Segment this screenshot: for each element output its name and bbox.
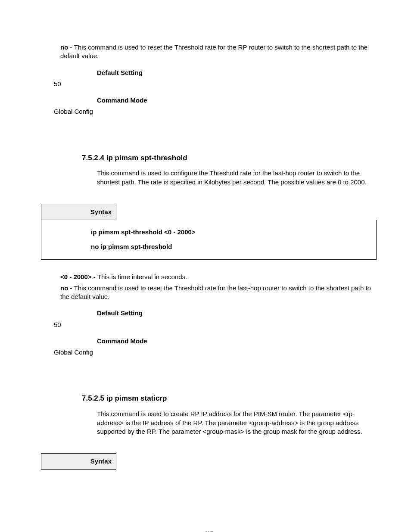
page-number: 417 bbox=[41, 530, 377, 532]
default-setting-value-1: 50 bbox=[54, 80, 377, 88]
command-mode-value-1: Global Config bbox=[54, 107, 377, 116]
syntax-block-7525: Syntax bbox=[41, 453, 377, 470]
syntax-block-7524: Syntax ip pimsm spt-threshold <0 - 2000>… bbox=[41, 204, 377, 260]
syntax-box-7524: ip pimsm spt-threshold <0 - 2000> no ip … bbox=[41, 220, 377, 260]
param-prefix: no - bbox=[60, 284, 74, 292]
param-text: This command is used to reset the Thresh… bbox=[60, 284, 371, 300]
top-para-text: This command is used to reset the Thresh… bbox=[60, 44, 367, 59]
command-mode-value-2: Global Config bbox=[54, 348, 377, 357]
top-para-prefix: no - bbox=[60, 44, 74, 51]
section-body-7525: This command is used to create RP IP add… bbox=[97, 410, 377, 436]
section-heading-7524: 7.5.2.4 ip pimsm spt-threshold bbox=[82, 153, 377, 163]
syntax-label-7524: Syntax bbox=[41, 204, 116, 220]
param-line: <0 - 2000> - This is time interval in se… bbox=[60, 273, 377, 281]
syntax-line: no ip pimsm spt-threshold bbox=[91, 243, 372, 251]
command-mode-heading-2: Command Mode bbox=[97, 337, 377, 345]
default-setting-value-2: 50 bbox=[54, 320, 377, 329]
section-body-7524: This command is used to configure the Th… bbox=[97, 169, 377, 187]
default-setting-heading-1: Default Setting bbox=[97, 68, 377, 77]
section-heading-7525: 7.5.2.5 ip pimsm staticrp bbox=[82, 394, 377, 404]
top-paragraph: no - This command is used to reset the T… bbox=[60, 43, 377, 61]
param-line: no - This command is used to reset the T… bbox=[60, 284, 377, 302]
param-text: This is time interval in seconds. bbox=[97, 273, 187, 280]
command-mode-heading-1: Command Mode bbox=[97, 96, 377, 105]
document-page: no - This command is used to reset the T… bbox=[0, 0, 411, 532]
param-prefix: <0 - 2000> - bbox=[60, 273, 97, 280]
syntax-label-7525: Syntax bbox=[41, 453, 116, 470]
default-setting-heading-2: Default Setting bbox=[97, 309, 377, 317]
syntax-line: ip pimsm spt-threshold <0 - 2000> bbox=[91, 228, 372, 236]
